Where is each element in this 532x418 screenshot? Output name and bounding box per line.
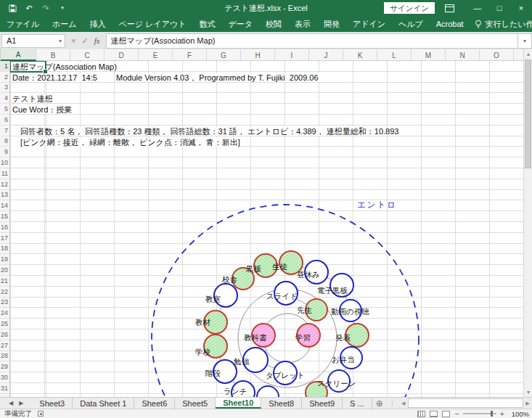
formula-input[interactable]: 連想マップ(Association Map) bbox=[106, 33, 517, 49]
zoom-level[interactable]: 100% bbox=[509, 410, 529, 418]
redo-icon[interactable]: ↷ bbox=[41, 3, 51, 13]
row-header-9[interactable]: 9 bbox=[0, 147, 9, 157]
row-header-14[interactable]: 14 bbox=[0, 200, 9, 211]
horizontal-scroll-track[interactable] bbox=[408, 398, 523, 408]
row-header-31[interactable]: 31 bbox=[0, 383, 9, 394]
sheet-tab-sheet8[interactable]: Sheet8 bbox=[261, 398, 302, 409]
column-header-O[interactable]: O bbox=[480, 49, 514, 61]
sheet-tab-sheet5[interactable]: Sheet5 bbox=[175, 398, 216, 409]
column-header-N[interactable]: N bbox=[446, 49, 480, 61]
row-header-23[interactable]: 23 bbox=[0, 298, 9, 308]
ribbon-tab-挿入[interactable]: 挿入 bbox=[83, 17, 112, 32]
scroll-up-icon[interactable]: ▲ bbox=[524, 49, 532, 59]
formula-bar-expand-icon[interactable]: ▾ bbox=[517, 33, 532, 49]
ribbon-tab-アドイン[interactable]: アドイン bbox=[346, 17, 392, 32]
horizontal-scrollbar[interactable]: ◀ ▶ bbox=[399, 398, 532, 408]
hscroll-right-icon[interactable]: ▶ bbox=[523, 398, 532, 408]
cell-r5c0[interactable]: Cue Word：授業 bbox=[12, 105, 73, 114]
name-box[interactable]: A1 ▾ bbox=[1, 34, 65, 48]
row-header-30[interactable]: 30 bbox=[0, 372, 9, 383]
sheet-tab-sheet9[interactable]: Sheet9 bbox=[302, 398, 343, 409]
vertical-scrollbar[interactable]: ▲ ▼ bbox=[523, 49, 532, 397]
row-header-16[interactable]: 16 bbox=[0, 222, 9, 233]
row-header-5[interactable]: 5 bbox=[0, 104, 9, 115]
cell-r4c0[interactable]: テスト連想 bbox=[12, 94, 54, 103]
page-layout-view-icon[interactable] bbox=[430, 411, 438, 417]
row-header-8[interactable]: 8 bbox=[0, 136, 9, 147]
row-header-17[interactable]: 17 bbox=[0, 233, 9, 244]
cell-r2c0[interactable]: Date：2021.12.17 14:5 bbox=[12, 73, 98, 82]
page-break-view-icon[interactable] bbox=[442, 411, 450, 417]
name-box-dropdown-icon[interactable]: ▾ bbox=[59, 38, 65, 44]
fill-handle[interactable] bbox=[43, 69, 48, 74]
ribbon-tab-Acrobat[interactable]: Acrobat bbox=[430, 17, 470, 30]
cell-r2c3[interactable]: Module Version 4.03， Programmed by T. Fu… bbox=[115, 73, 319, 82]
worksheet-grid[interactable]: 連想マップ(Association Map)Date：2021.12.17 14… bbox=[10, 61, 523, 397]
ribbon-tab-ホーム[interactable]: ホーム bbox=[46, 17, 83, 32]
sheet-tab-s-...[interactable]: S ... bbox=[343, 398, 372, 409]
vertical-scroll-thumb[interactable] bbox=[525, 60, 531, 168]
row-header-22[interactable]: 22 bbox=[0, 287, 9, 298]
row-header-2[interactable]: 2 bbox=[0, 72, 9, 83]
sheet-tab-data-sheet-1[interactable]: Data Sheet 1 bbox=[73, 398, 134, 409]
column-header-H[interactable]: H bbox=[241, 49, 275, 61]
row-header-4[interactable]: 4 bbox=[0, 93, 9, 104]
hscroll-left-icon[interactable]: ◀ bbox=[399, 398, 408, 408]
tab-scroll-left-icon[interactable]: ◀ bbox=[9, 400, 13, 406]
cell-r8c0[interactable]: [ピンク網：接近， 緑網：離散， ピンク点：消滅， 青：新出] bbox=[12, 138, 241, 147]
row-header-6[interactable]: 6 bbox=[0, 115, 9, 126]
row-header-18[interactable]: 18 bbox=[0, 244, 9, 255]
ribbon-tab-表示[interactable]: 表示 bbox=[288, 17, 317, 32]
zoom-slider-thumb[interactable] bbox=[491, 411, 493, 417]
column-header-A[interactable]: A bbox=[1, 49, 36, 61]
row-header-12[interactable]: 12 bbox=[0, 179, 9, 190]
minimize-button[interactable]: — bbox=[467, 0, 488, 16]
row-header-7[interactable]: 7 bbox=[0, 126, 9, 136]
row-header-19[interactable]: 19 bbox=[0, 254, 9, 265]
row-header-26[interactable]: 26 bbox=[0, 329, 9, 340]
ribbon-tab-校閲[interactable]: 校閲 bbox=[259, 17, 288, 32]
cancel-icon[interactable]: × bbox=[71, 36, 75, 45]
enter-icon[interactable]: ✓ bbox=[81, 36, 88, 46]
row-header-10[interactable]: 10 bbox=[0, 157, 9, 168]
column-header-D[interactable]: D bbox=[105, 49, 139, 61]
undo-icon[interactable]: ↶ bbox=[24, 3, 34, 13]
macro-record-icon[interactable] bbox=[38, 411, 44, 417]
active-cell-selection[interactable] bbox=[10, 61, 46, 73]
sheet-tab-sheet10[interactable]: Sheet10 bbox=[216, 398, 261, 409]
row-header-20[interactable]: 20 bbox=[0, 265, 9, 276]
row-header-24[interactable]: 24 bbox=[0, 308, 9, 319]
ribbon-display-options-icon[interactable] bbox=[443, 3, 455, 13]
zoom-out-icon[interactable]: − bbox=[454, 411, 459, 417]
cell-r7c0[interactable]: 回答者数：5 名， 回答語種数：23 種類， 回答語総数：31 語， エントロピ… bbox=[12, 127, 399, 136]
maximize-button[interactable]: □ bbox=[488, 0, 510, 16]
tell-me-box[interactable]: 実行したい作業を入力してください bbox=[475, 19, 532, 30]
close-button[interactable]: × bbox=[510, 0, 532, 16]
insert-function-icon[interactable]: fx bbox=[94, 36, 100, 45]
column-header-G[interactable]: G bbox=[207, 49, 241, 61]
ribbon-tab-開発[interactable]: 開発 bbox=[317, 17, 346, 32]
row-header-29[interactable]: 29 bbox=[0, 361, 9, 372]
sheet-tab-sheet6[interactable]: Sheet6 bbox=[134, 398, 175, 409]
new-sheet-button[interactable]: ⊕ bbox=[372, 398, 387, 409]
row-header-25[interactable]: 25 bbox=[0, 319, 9, 329]
column-header-E[interactable]: E bbox=[139, 49, 173, 61]
zoom-slider[interactable] bbox=[463, 413, 496, 414]
column-header-I[interactable]: I bbox=[275, 49, 309, 61]
row-header-11[interactable]: 11 bbox=[0, 168, 9, 179]
customize-qat-icon[interactable]: ▾ bbox=[57, 3, 67, 13]
row-header-27[interactable]: 27 bbox=[0, 340, 9, 351]
column-header-J[interactable]: J bbox=[309, 49, 343, 61]
row-header-21[interactable]: 21 bbox=[0, 276, 9, 287]
ribbon-tab-数式[interactable]: 数式 bbox=[192, 17, 221, 32]
ribbon-tab-ページ レイアウト[interactable]: ページ レイアウト bbox=[112, 17, 193, 32]
scroll-down-icon[interactable]: ▼ bbox=[524, 388, 532, 397]
row-header-28[interactable]: 28 bbox=[0, 351, 9, 362]
tab-scroll-right-icon[interactable]: ▶ bbox=[19, 400, 23, 406]
save-icon[interactable] bbox=[7, 3, 17, 13]
column-header-M[interactable]: M bbox=[412, 49, 446, 61]
normal-view-icon[interactable] bbox=[417, 411, 425, 417]
select-all-button[interactable] bbox=[0, 49, 1, 61]
row-header-3[interactable]: 3 bbox=[0, 83, 9, 94]
zoom-in-icon[interactable]: + bbox=[500, 411, 504, 417]
